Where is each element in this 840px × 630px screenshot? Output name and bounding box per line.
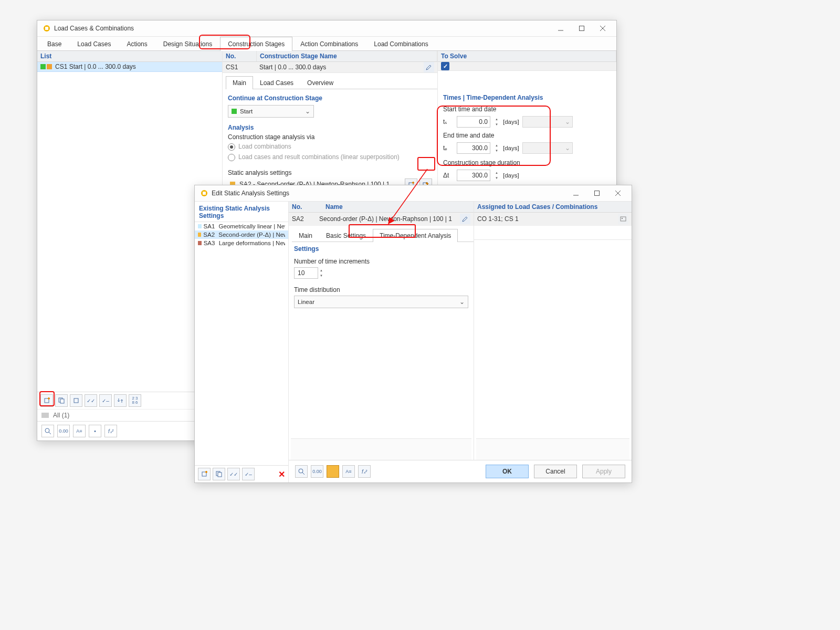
te-symbol: tₑ <box>443 144 454 152</box>
maximize-button[interactable] <box>571 21 592 36</box>
svg-rect-10 <box>60 399 64 403</box>
col-header-no: No. <box>223 51 257 61</box>
sa-subtabs: MainBasic SettingsTime-Dependent Analysi… <box>292 229 474 242</box>
uncheck-button[interactable]: ✓– <box>99 394 112 407</box>
delete-icon[interactable]: ✕ <box>278 469 285 479</box>
dt-input[interactable]: 300.0 <box>457 170 490 181</box>
new-button[interactable] <box>40 394 53 407</box>
reorder-button[interactable] <box>114 394 127 407</box>
radio-label: Load cases and result combinations (line… <box>238 153 400 162</box>
check-button[interactable]: ✓✓ <box>85 394 97 407</box>
text-icon[interactable]: A≡ <box>73 425 86 437</box>
spinner-icon[interactable]: ▲▼ <box>494 143 500 153</box>
function-icon[interactable]: fₓ² <box>358 465 371 478</box>
filter-label: All (1) <box>53 412 69 419</box>
unit-icon[interactable]: 0.00 <box>311 465 323 478</box>
svg-line-13 <box>49 432 51 434</box>
radio-label: Load combinations <box>238 143 291 151</box>
tab-load-cases[interactable]: Load Cases <box>69 37 119 51</box>
col-header-name: Name <box>322 202 474 212</box>
sa-item-sa3[interactable]: SA3 Large deformations | Newton- <box>195 239 288 247</box>
subtab-load-cases[interactable]: Load Cases <box>253 76 300 89</box>
subtab-overview[interactable]: Overview <box>300 76 340 89</box>
svg-rect-6 <box>45 398 49 403</box>
cancel-button[interactable]: Cancel <box>534 465 577 478</box>
sas-label: Static analysis settings <box>223 163 437 176</box>
radio-load-combinations[interactable]: Load combinations <box>223 142 437 152</box>
titlebar: Edit Static Analysis Settings <box>195 185 632 202</box>
list-item-label: CS1 Start | 0.0 ... 300.0 days <box>55 63 136 70</box>
spinner-icon[interactable]: ▲▼ <box>494 117 500 127</box>
row-assigned[interactable]: CO 1-31; CS 1 <box>474 215 618 223</box>
col-header-name: Construction Stage Name <box>257 51 437 61</box>
minimize-button[interactable] <box>565 186 586 201</box>
stage-list-item[interactable]: CS1 Start | 0.0 ... 300.0 days <box>37 62 222 72</box>
tab-design-situations[interactable]: Design Situations <box>155 37 220 51</box>
svg-point-31 <box>299 469 303 473</box>
time-dist-select[interactable]: Linear ⌄ <box>294 296 468 308</box>
close-button[interactable] <box>592 21 613 36</box>
sa-subtab-main[interactable]: Main <box>292 229 319 242</box>
dt-symbol: Δt <box>443 172 454 179</box>
tab-base[interactable]: Base <box>39 37 69 51</box>
copy-button[interactable] <box>213 468 225 480</box>
app-icon <box>43 24 51 33</box>
minimize-button[interactable] <box>550 21 571 36</box>
sa-item-list: SA1 Geometrically linear | Newton-SA2 Se… <box>195 222 288 465</box>
te-input[interactable]: 300.0 <box>457 142 490 154</box>
new-button[interactable] <box>198 468 211 480</box>
tab-actions[interactable]: Actions <box>119 37 155 51</box>
text-icon[interactable]: A≡ <box>342 465 355 478</box>
maximize-button[interactable] <box>586 186 607 201</box>
ok-button[interactable]: OK <box>486 465 529 478</box>
tab-load-combinations[interactable]: Load Combinations <box>366 37 436 51</box>
sa-list-toolbar: ✓✓ ✓– ✕ <box>195 465 288 482</box>
col-header-assigned: Assigned to Load Cases / Combinations <box>474 202 632 212</box>
section-analysis: Analysis <box>223 119 437 133</box>
unit-label: [days] <box>503 145 519 151</box>
ts-input[interactable]: 0.0 <box>457 116 490 128</box>
end-date-select[interactable]: ⌄ <box>522 142 573 154</box>
sa-item-sa1[interactable]: SA1 Geometrically linear | Newton- <box>195 222 288 230</box>
svg-rect-21 <box>595 191 600 196</box>
times-title: Times | Time-Dependent Analysis <box>438 94 616 103</box>
uncheck-button[interactable]: ✓– <box>242 468 255 480</box>
sort-button[interactable]: 2 38 6 <box>129 394 141 407</box>
time-dist-label: Time distribution <box>289 279 474 296</box>
color-swatch-icon <box>198 233 201 237</box>
close-button[interactable] <box>607 186 628 201</box>
spinner-icon[interactable]: ▲▼ <box>318 268 324 278</box>
search-icon[interactable] <box>295 465 308 478</box>
spinner-icon[interactable]: ▲▼ <box>494 170 500 181</box>
edit-icon[interactable] <box>424 62 434 72</box>
subtab-main[interactable]: Main <box>226 76 253 89</box>
copy-button-2[interactable] <box>70 394 82 407</box>
continue-select[interactable]: Start ⌄ <box>228 105 314 118</box>
function-icon[interactable]: fₓ² <box>104 425 117 437</box>
unit-icon[interactable]: 0.00 <box>57 425 70 437</box>
svg-rect-3 <box>580 26 584 31</box>
search-icon[interactable] <box>41 425 54 437</box>
main-tabstrip: BaseLoad CasesActionsDesign SituationsCo… <box>37 37 616 51</box>
sa-subtab-basic-settings[interactable]: Basic Settings <box>319 229 373 242</box>
radio-load-cases[interactable]: Load cases and result combinations (line… <box>223 152 437 163</box>
sa-subtab-time-dependent-analysis[interactable]: Time-Dependent Analysis <box>373 229 458 242</box>
tab-action-combinations[interactable]: Action Combinations <box>292 37 366 51</box>
color-swatch-icon <box>198 241 202 245</box>
goto-icon[interactable] <box>618 214 628 224</box>
color-swatch-icon[interactable] <box>327 465 339 478</box>
dot-icon[interactable]: • <box>89 425 101 437</box>
svg-rect-19 <box>203 192 206 195</box>
edit-icon[interactable] <box>460 214 470 224</box>
row-name[interactable]: Start | 0.0 ... 300.0 days <box>256 62 424 72</box>
start-date-select[interactable]: ⌄ <box>522 116 573 128</box>
apply-button[interactable]: Apply <box>582 465 625 478</box>
check-button[interactable]: ✓✓ <box>227 468 240 480</box>
num-incr-input[interactable]: 10 <box>294 267 318 279</box>
copy-button[interactable] <box>55 394 68 407</box>
end-label: End time and date <box>443 132 611 140</box>
tab-construction-stages[interactable]: Construction Stages <box>220 37 292 51</box>
solve-checkbox[interactable]: ✓ <box>441 62 449 70</box>
row-name[interactable]: Second-order (P-Δ) | Newton-Raphson | 10… <box>319 215 460 223</box>
sa-item-sa2[interactable]: SA2 Second-order (P-Δ) | Newton-R <box>195 230 288 239</box>
